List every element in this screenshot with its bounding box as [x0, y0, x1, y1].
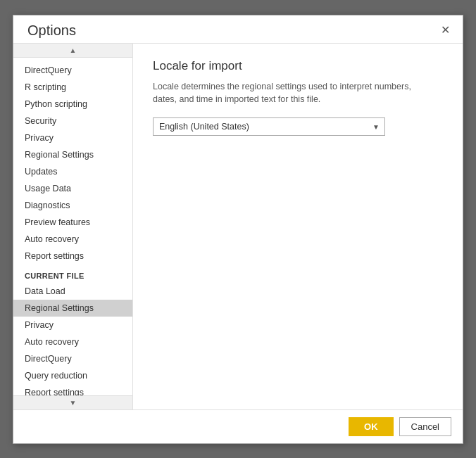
- sidebar-item-regionalsettings[interactable]: Regional Settings: [13, 146, 132, 163]
- sidebar-item-usagedata[interactable]: Usage Data: [13, 180, 132, 197]
- main-content: Locale for import Locale determines the …: [133, 44, 463, 409]
- sidebar-item-directquery-file[interactable]: DirectQuery: [13, 350, 132, 367]
- scroll-down-arrow[interactable]: ▼: [13, 395, 132, 409]
- section-description: Locale determines the regional settings …: [153, 80, 434, 107]
- dialog-body: ▲ DirectQueryR scriptingPython scripting…: [13, 43, 463, 409]
- sidebar-item-pythonscripting[interactable]: Python scripting: [13, 96, 132, 113]
- locale-dropdown-wrapper: English (United States)English (United K…: [153, 117, 385, 136]
- sidebar-item-regionalsettings-file[interactable]: Regional Settings: [13, 300, 132, 317]
- sidebar-item-autorecovery[interactable]: Auto recovery: [13, 231, 132, 248]
- dialog-footer: OK Cancel: [13, 409, 463, 443]
- sidebar-item-diagnostics[interactable]: Diagnostics: [13, 197, 132, 214]
- locale-dropdown[interactable]: English (United States)English (United K…: [153, 117, 385, 136]
- sidebar-item-rscripting[interactable]: R scripting: [13, 79, 132, 96]
- sidebar: ▲ DirectQueryR scriptingPython scripting…: [13, 44, 133, 409]
- sidebar-scroll[interactable]: DirectQueryR scriptingPython scriptingSe…: [13, 58, 132, 395]
- dialog-title: Options: [27, 23, 76, 39]
- sidebar-item-privacy-file[interactable]: Privacy: [13, 317, 132, 333]
- sidebar-item-reportsettings[interactable]: Report settings: [13, 248, 132, 265]
- sidebar-item-directquery[interactable]: DirectQuery: [13, 62, 132, 79]
- section-title: Locale for import: [153, 59, 443, 73]
- sidebar-item-security[interactable]: Security: [13, 113, 132, 129]
- sidebar-item-dataload[interactable]: Data Load: [13, 283, 132, 300]
- title-bar: Options ✕: [13, 15, 463, 43]
- sidebar-item-autorecovery-file[interactable]: Auto recovery: [13, 333, 132, 350]
- current-file-section-header: CURRENT FILE: [13, 265, 132, 283]
- sidebar-item-updates[interactable]: Updates: [13, 163, 132, 180]
- sidebar-item-previewfeatures[interactable]: Preview features: [13, 214, 132, 231]
- sidebar-item-privacy[interactable]: Privacy: [13, 129, 132, 146]
- sidebar-item-reportsettings-file[interactable]: Report settings: [13, 384, 132, 395]
- sidebar-item-queryreduction[interactable]: Query reduction: [13, 367, 132, 384]
- scroll-up-arrow[interactable]: ▲: [13, 44, 132, 58]
- options-dialog: Options ✕ ▲ DirectQueryR scriptingPython…: [13, 15, 463, 444]
- close-button[interactable]: ✕: [438, 23, 453, 37]
- ok-button[interactable]: OK: [349, 417, 394, 436]
- cancel-button[interactable]: Cancel: [399, 417, 451, 436]
